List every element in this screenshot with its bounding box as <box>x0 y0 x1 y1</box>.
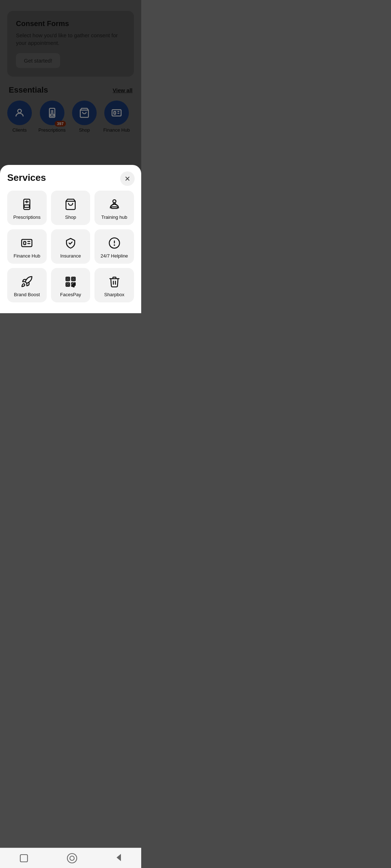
svg-rect-28 <box>73 278 74 280</box>
svg-rect-32 <box>74 283 75 284</box>
svg-rect-19 <box>22 239 32 247</box>
services-modal: Services Prescriptions <box>0 165 141 313</box>
close-button[interactable] <box>120 171 135 186</box>
service-item-facespay[interactable]: FacesPay <box>51 268 91 302</box>
modal-overlay: Services Prescriptions <box>0 0 141 313</box>
svg-point-24 <box>114 245 114 245</box>
svg-rect-26 <box>67 278 68 280</box>
shop-service-icon <box>64 198 77 211</box>
svg-rect-25 <box>66 277 70 281</box>
qr-service-icon <box>64 275 77 288</box>
bin-service-icon <box>108 275 121 288</box>
svg-rect-30 <box>67 284 68 285</box>
svg-rect-27 <box>72 277 75 281</box>
training-service-label: Training hub <box>101 214 127 220</box>
svg-rect-16 <box>24 205 29 207</box>
bin-icon <box>108 276 121 288</box>
prescription-icon <box>21 198 33 210</box>
helpline-icon <box>108 237 121 249</box>
service-item-finance[interactable]: Finance Hub <box>7 229 47 264</box>
services-grid: Prescriptions Shop <box>7 191 134 302</box>
service-item-prescriptions[interactable]: Prescriptions <box>7 191 47 225</box>
sharpbox-service-label: Sharpbox <box>104 292 125 297</box>
finance-icon <box>21 237 33 249</box>
shop-service-label: Shop <box>65 214 76 220</box>
insurance-service-label: Insurance <box>60 253 81 259</box>
svg-rect-33 <box>72 285 73 286</box>
close-icon <box>124 175 131 182</box>
insurance-service-icon <box>64 237 77 250</box>
qr-icon <box>64 276 77 288</box>
service-item-sharpbox[interactable]: Sharpbox <box>94 268 134 302</box>
svg-rect-35 <box>74 284 75 285</box>
helpline-service-icon <box>108 237 121 250</box>
shop-icon <box>64 198 77 210</box>
training-icon <box>108 198 121 210</box>
service-item-brand-boost[interactable]: Brand Boost <box>7 268 47 302</box>
helpline-service-label: 24/7 Helpline <box>101 253 128 259</box>
svg-rect-20 <box>24 242 26 245</box>
brand-boost-service-label: Brand Boost <box>14 292 40 297</box>
prescription-service-icon <box>20 198 33 211</box>
rocket-service-icon <box>20 275 33 288</box>
service-item-shop[interactable]: Shop <box>51 191 91 225</box>
service-item-helpline[interactable]: 24/7 Helpline <box>94 229 134 264</box>
rocket-icon <box>21 276 33 288</box>
service-item-insurance[interactable]: Insurance <box>51 229 91 264</box>
training-service-icon <box>108 198 121 211</box>
finance-service-label: Finance Hub <box>13 253 40 259</box>
modal-title: Services <box>7 172 134 183</box>
insurance-icon <box>64 237 77 249</box>
prescriptions-service-label: Prescriptions <box>13 214 41 220</box>
svg-rect-18 <box>111 207 117 208</box>
svg-rect-29 <box>66 283 70 286</box>
service-item-training[interactable]: Training hub <box>94 191 134 225</box>
finance-service-icon <box>20 237 33 250</box>
facespay-service-label: FacesPay <box>60 292 81 297</box>
